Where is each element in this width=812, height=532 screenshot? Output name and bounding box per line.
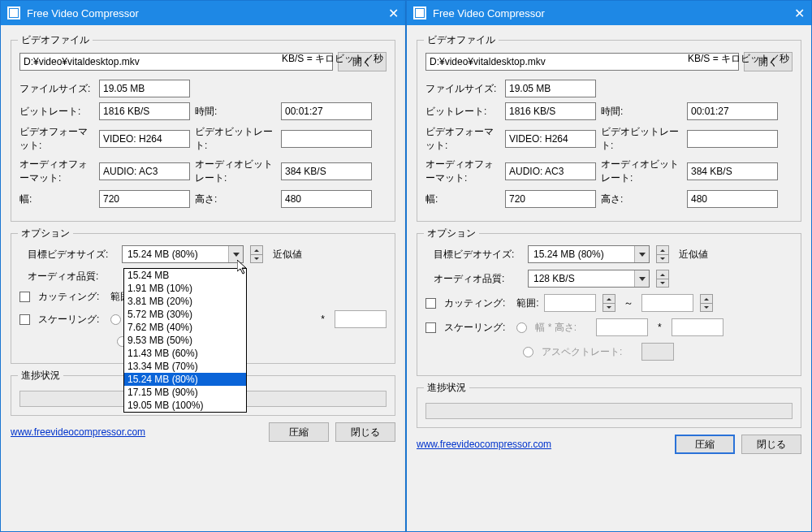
footer: www.freevideocompressor.com 圧縮 閉じる bbox=[11, 422, 395, 442]
aspect-label: アスペクトレート: bbox=[542, 345, 622, 359]
scale-height-field[interactable] bbox=[335, 310, 387, 328]
abitrate-field: 384 KB/S bbox=[687, 162, 778, 180]
label-abitrate: オーディオビットレート: bbox=[601, 158, 682, 185]
scale-width-field[interactable] bbox=[596, 318, 648, 336]
label-vformat: ビデオフォーマット: bbox=[19, 125, 94, 153]
width-field: 720 bbox=[99, 190, 190, 208]
dropdown-item[interactable]: 15.24 MB bbox=[124, 269, 246, 282]
aspect-radio[interactable] bbox=[523, 347, 533, 357]
target-size-value: 15.24 MB (80%) bbox=[123, 246, 228, 262]
progress-legend: 進捗状況 bbox=[424, 381, 469, 395]
chevron-down-icon[interactable] bbox=[228, 246, 243, 262]
close-icon[interactable]: ✕ bbox=[772, 6, 805, 21]
dropdown-item[interactable]: 17.15 MB (90%) bbox=[124, 386, 246, 399]
duration-field: 00:01:27 bbox=[687, 102, 778, 120]
cutting-label: カッティング: bbox=[444, 296, 505, 310]
abitrate-field: 384 KB/S bbox=[281, 162, 372, 180]
file-size-field: 19.05 MB bbox=[99, 80, 190, 97]
app-icon bbox=[7, 6, 20, 19]
label-target-size: 目標ビデオサイズ: bbox=[19, 248, 117, 262]
dropdown-item[interactable]: 19.05 MB (100%) bbox=[124, 399, 246, 412]
dropdown-item[interactable]: 1.91 MB (10%) bbox=[124, 282, 246, 295]
label-audio-quality: オーディオ品質: bbox=[19, 270, 117, 283]
label-bitrate: ビットレート: bbox=[19, 105, 94, 119]
close-icon[interactable]: ✕ bbox=[366, 6, 399, 21]
dropdown-item[interactable]: 5.72 MB (30%) bbox=[124, 308, 246, 321]
whs-radio[interactable] bbox=[110, 314, 121, 325]
chevron-down-icon[interactable] bbox=[634, 246, 649, 262]
progress-bar bbox=[425, 403, 793, 419]
close-button[interactable]: 閉じる bbox=[741, 435, 801, 454]
dropdown-item[interactable]: 13.34 MB (70%) bbox=[124, 360, 246, 373]
chevron-down-icon[interactable] bbox=[634, 270, 649, 287]
options-legend: オプション bbox=[424, 227, 479, 240]
height-field: 480 bbox=[687, 190, 778, 208]
label-abitrate: オーディオビットレート: bbox=[195, 158, 276, 185]
dropdown-item[interactable]: 11.43 MB (60%) bbox=[124, 347, 246, 360]
progress-legend: 進捗状況 bbox=[18, 369, 63, 383]
whs-radio[interactable] bbox=[516, 322, 527, 333]
audio-quality-value: 128 KB/S bbox=[529, 270, 634, 287]
target-size-dropdown[interactable]: 15.24 MB1.91 MB (10%)3.81 MB (20%)5.72 M… bbox=[123, 268, 247, 413]
duration-field: 00:01:27 bbox=[281, 102, 372, 120]
cutting-checkbox[interactable] bbox=[19, 292, 30, 302]
range-from-spinner[interactable] bbox=[603, 294, 615, 312]
kbps-note: KB/S = キロビット／秒 bbox=[282, 52, 383, 66]
aspect-combo[interactable] bbox=[641, 343, 674, 361]
label-bitrate: ビットレート: bbox=[425, 105, 500, 119]
range-to-field[interactable] bbox=[641, 294, 693, 312]
target-size-spinner[interactable] bbox=[656, 245, 669, 263]
target-size-value: 15.24 MB (80%) bbox=[529, 246, 634, 262]
compress-button[interactable]: 圧縮 bbox=[269, 422, 329, 442]
compress-button[interactable]: 圧縮 bbox=[675, 435, 735, 454]
options-legend: オプション bbox=[18, 227, 73, 240]
website-link[interactable]: www.freevideocompressor.com bbox=[11, 426, 145, 438]
label-aformat: オーディオフォーマット: bbox=[19, 158, 94, 185]
range-from-field[interactable] bbox=[544, 294, 596, 312]
label-aformat: オーディオフォーマット: bbox=[425, 158, 500, 185]
dropdown-item[interactable]: 7.62 MB (40%) bbox=[124, 321, 246, 334]
audio-quality-combo[interactable]: 128 KB/S bbox=[528, 270, 650, 288]
dropdown-item[interactable]: 9.53 MB (50%) bbox=[124, 334, 246, 347]
video-file-legend: ビデオファイル bbox=[18, 33, 93, 47]
cutting-label: カッティング: bbox=[38, 290, 99, 304]
approx-label: 近似値 bbox=[679, 248, 708, 262]
scaling-checkbox[interactable] bbox=[19, 314, 30, 325]
label-height: 高さ: bbox=[601, 192, 682, 206]
scaling-label: スケーリング: bbox=[444, 321, 505, 335]
label-target-size: 目標ビデオサイズ: bbox=[425, 248, 523, 262]
height-field: 480 bbox=[281, 190, 372, 208]
file-size-field: 19.05 MB bbox=[505, 80, 596, 97]
app-icon bbox=[413, 6, 426, 19]
aformat-field: AUDIO: AC3 bbox=[505, 162, 596, 180]
titlebar[interactable]: Free Video Compressor ✕ bbox=[407, 1, 811, 25]
close-button[interactable]: 閉じる bbox=[335, 422, 395, 442]
video-file-legend: ビデオファイル bbox=[424, 33, 499, 47]
website-link[interactable]: www.freevideocompressor.com bbox=[417, 439, 551, 450]
chevron-down-icon[interactable] bbox=[642, 344, 673, 360]
window-title: Free Video Compressor bbox=[433, 7, 772, 19]
label-width: 幅: bbox=[425, 192, 500, 206]
vformat-field: VIDEO: H264 bbox=[99, 130, 190, 148]
titlebar[interactable]: Free Video Compressor ✕ bbox=[1, 1, 405, 25]
vformat-field: VIDEO: H264 bbox=[505, 130, 596, 148]
audio-quality-spinner[interactable] bbox=[656, 270, 669, 288]
scaling-checkbox[interactable] bbox=[425, 322, 436, 333]
footer: www.freevideocompressor.com 圧縮 閉じる bbox=[417, 435, 801, 454]
scale-height-field[interactable] bbox=[672, 318, 723, 336]
dropdown-item[interactable]: 3.81 MB (20%) bbox=[124, 295, 246, 308]
label-duration: 時間: bbox=[601, 105, 682, 119]
bitrate-field: 1816 KB/S bbox=[505, 102, 596, 120]
target-size-combo[interactable]: 15.24 MB (80%) bbox=[528, 245, 650, 263]
range-to-spinner[interactable] bbox=[700, 294, 713, 312]
cutting-checkbox[interactable] bbox=[425, 298, 436, 309]
window-title: Free Video Compressor bbox=[27, 7, 366, 19]
label-vbitrate: ビデオビットレート: bbox=[195, 125, 276, 153]
label-filesize: ファイルサイズ: bbox=[425, 82, 500, 96]
video-file-group: ビデオファイル D:¥video¥vitaldesktop.mkv 開く KB/… bbox=[417, 40, 801, 222]
label-audio-quality: オーディオ品質: bbox=[425, 272, 523, 286]
dropdown-item[interactable]: 15.24 MB (80%) bbox=[124, 373, 246, 386]
vbitrate-field bbox=[687, 130, 778, 148]
target-size-combo[interactable]: 15.24 MB (80%) bbox=[122, 245, 244, 263]
target-size-spinner[interactable] bbox=[250, 245, 263, 263]
